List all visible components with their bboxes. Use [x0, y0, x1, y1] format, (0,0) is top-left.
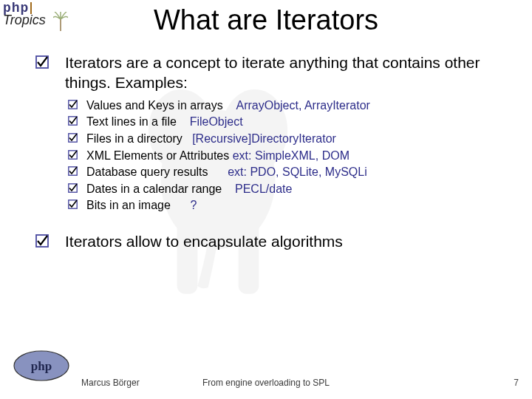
sub-bullet-row: Bits in an image ?	[86, 197, 197, 214]
sub-bullet: Bits in an image ?	[68, 197, 508, 214]
sub-bullet-extra: FileObject	[190, 115, 243, 128]
checkbox-checked-icon	[35, 234, 49, 248]
sub-bullet-extra: PECL/date	[235, 183, 292, 195]
sub-bullet-label: Text lines in a file	[86, 114, 177, 130]
checkbox-checked-icon	[35, 55, 49, 69]
checkbox-checked-icon	[68, 183, 78, 193]
sub-bullet: Values and Keys in arrays ArrayObject, A…	[68, 98, 508, 114]
checkbox-checked-icon	[68, 200, 78, 209]
spacer	[171, 199, 191, 211]
sub-bullet: Files in a directory [Recursive]Director…	[68, 131, 508, 147]
sub-bullet: Database query results ext: PDO, SQLite,…	[68, 164, 508, 180]
spacer	[222, 183, 235, 195]
spacer	[223, 99, 236, 112]
sub-bullet: Dates in a calendar range PECL/date	[68, 181, 508, 197]
sub-bullet-label: Files in a directory	[86, 131, 183, 147]
spacer	[177, 115, 190, 128]
sub-bullet: XML Elements or Attributes ext: SimpleXM…	[68, 148, 508, 164]
main-bullet-1: Iterators are a concept to iterate anyth…	[35, 53, 508, 93]
sub-bullet-row: Files in a directory [Recursive]Director…	[86, 131, 336, 147]
sub-bullet: Text lines in a file FileObject	[68, 114, 508, 130]
palm-icon	[53, 12, 68, 31]
sub-bullet-label: XML Elements or Attributes	[86, 148, 229, 164]
footer-center: From engine overloading to SPL	[0, 378, 532, 388]
checkbox-checked-icon	[68, 150, 78, 160]
sub-bullet-row: Dates in a calendar range PECL/date	[86, 181, 292, 197]
footer: Marcus Börger From engine overloading to…	[0, 374, 532, 392]
sub-bullet-extra: [Recursive]DirectoryIterator	[192, 132, 336, 145]
sub-bullet-extra: ?	[191, 199, 197, 211]
checkbox-checked-icon	[68, 133, 78, 143]
php-logo-icon: php	[13, 350, 69, 381]
sub-bullet-extra: ext: PDO, SQLite, MySQLi	[228, 166, 367, 178]
sub-bullet-label: Dates in a calendar range	[86, 181, 222, 197]
spacer	[183, 132, 192, 145]
sub-bullet-label: Values and Keys in arrays	[86, 98, 223, 114]
sub-bullet-label: Database query results	[86, 164, 208, 180]
sub-bullet-row: Database query results ext: PDO, SQLite,…	[86, 164, 367, 180]
sub-list: Values and Keys in arrays ArrayObject, A…	[68, 98, 508, 214]
sub-bullet-row: XML Elements or Attributes ext: SimpleXM…	[86, 148, 349, 164]
checkbox-checked-icon	[68, 166, 78, 176]
checkbox-checked-icon	[68, 100, 78, 109]
sub-bullet-extra: ext: SimpleXML, DOM	[233, 149, 349, 162]
checkbox-checked-icon	[68, 116, 78, 126]
intro-text: Iterators are a concept to iterate anyth…	[65, 53, 508, 93]
slide-title: What are Iterators	[0, 0, 532, 36]
sub-bullet-row: Text lines in a file FileObject	[86, 114, 243, 130]
main-bullet-2: Iterators allow to encapsulate algorithm…	[35, 232, 508, 252]
sub-bullet-extra: ArrayObject, ArrayIterator	[236, 99, 369, 112]
sub-bullet-label: Bits in an image	[86, 197, 171, 214]
second-text: Iterators allow to encapsulate algorithm…	[65, 232, 343, 252]
svg-text:php: php	[31, 359, 52, 373]
spacer	[208, 166, 228, 178]
php-tropics-logo: php Tropics	[3, 1, 69, 35]
footer-page: 7	[514, 378, 519, 388]
sub-bullet-row: Values and Keys in arrays ArrayObject, A…	[86, 98, 370, 114]
